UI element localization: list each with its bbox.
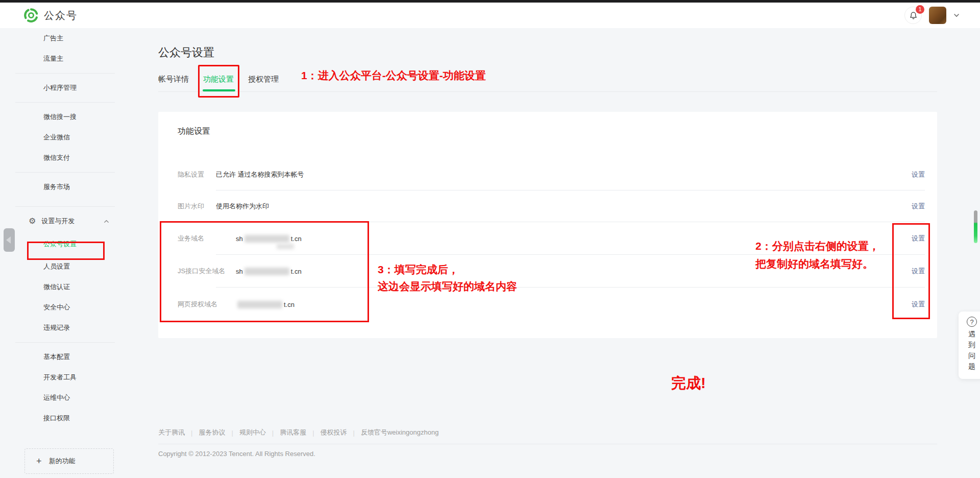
footer-link-about[interactable]: 关于腾讯 (158, 428, 185, 437)
tab-authorization[interactable]: 授权管理 (248, 75, 279, 91)
scrollbar-thumb[interactable] (974, 210, 977, 243)
divider (216, 190, 925, 190)
sidebar-item-advertiser[interactable]: 广告主 (0, 28, 128, 49)
chevron-up-icon (104, 219, 109, 224)
top-navbar: 公众号 1 (0, 3, 980, 28)
sidebar-item-security-center[interactable]: 安全中心 (0, 297, 128, 318)
divider (216, 287, 925, 288)
question-icon: ? (967, 317, 977, 327)
sidebar-item-traffic[interactable]: 流量主 (0, 49, 128, 69)
blurred-domain (244, 268, 289, 275)
sidebar-item-api-permissions[interactable]: 接口权限 (0, 408, 128, 428)
annotation-step3: 3：填写完成后， 这边会显示填写好的域名内容 (378, 261, 517, 295)
bell-icon (909, 11, 918, 20)
notification-badge: 1 (916, 5, 924, 14)
row-value: 已允许 通过名称搜索到本帐号 (216, 170, 304, 179)
sidebar-item-account-settings[interactable]: 公众号设置 (0, 234, 128, 254)
official-account-logo-icon (23, 8, 39, 23)
row-watermark: 图片水印 使用名称作为水印 设置 (178, 199, 925, 214)
row-value: sht.cn (236, 235, 302, 243)
sidebar-item-basic-config[interactable]: 基本配置 (0, 347, 128, 367)
sidebar-item-miniprogram[interactable]: 小程序管理 (0, 78, 128, 98)
annotation-step1: 1：进入公众平台-公众号设置-功能设置 (301, 68, 486, 83)
new-feature-label: 新的功能 (49, 457, 76, 466)
footer-link-support[interactable]: 腾讯客服 (280, 428, 306, 437)
sidebar-item-dev-tools[interactable]: 开发者工具 (0, 367, 128, 388)
sidebar-collapse-handle[interactable] (4, 228, 15, 252)
settings-link[interactable]: 设置 (912, 170, 925, 179)
function-settings-panel: 功能设置 隐私设置 已允许 通过名称搜索到本帐号 设置 图片水印 使用名称作为水… (158, 112, 937, 338)
footer-link-complaint[interactable]: 侵权投诉 (321, 428, 347, 437)
settings-link[interactable]: 设置 (912, 300, 925, 309)
tab-function-settings[interactable]: 功能设置 (203, 75, 234, 91)
settings-link[interactable]: 设置 (912, 267, 925, 276)
sidebar-group-settings-dev[interactable]: ⚙ 设置与开发 (0, 211, 128, 231)
sidebar-item-wepay[interactable]: 微信支付 (0, 148, 128, 168)
annotation-done: 完成! (671, 373, 706, 394)
divider (216, 222, 925, 222)
row-webauth-domain: 网页授权域名 t.cn 设置 (178, 297, 925, 312)
help-widget[interactable]: ? 遇 到 问 题 (959, 312, 980, 379)
logo[interactable]: 公众号 (23, 8, 78, 23)
gear-icon: ⚙ (29, 217, 36, 225)
blurred-domain (244, 235, 289, 243)
settings-link[interactable]: 设置 (912, 202, 925, 211)
row-value: t.cn (236, 301, 295, 308)
row-value: sht.cn (236, 268, 302, 275)
chevron-down-icon[interactable] (953, 12, 960, 18)
divider (158, 444, 937, 444)
page-title: 公众号设置 (158, 45, 214, 60)
row-value: 使用名称作为水印 (216, 202, 269, 211)
divider (15, 102, 115, 103)
footer-link-rules[interactable]: 规则中心 (239, 428, 266, 437)
divider (15, 172, 115, 173)
logo-text: 公众号 (44, 9, 78, 22)
divider (15, 342, 115, 343)
sidebar: 广告主 流量主 小程序管理 微信搜一搜 企业微信 微信支付 服务市场 ⚙ 设置与… (0, 28, 128, 428)
copyright: Copyright © 2012-2023 Tencent. All Right… (158, 450, 937, 458)
sidebar-item-staff-settings[interactable]: 人员设置 (0, 256, 128, 277)
sidebar-item-wecom[interactable]: 企业微信 (0, 127, 128, 148)
settings-link[interactable]: 设置 (912, 234, 925, 243)
sidebar-group-label: 设置与开发 (41, 217, 75, 226)
notifications-button[interactable]: 1 (904, 7, 922, 24)
row-label: 图片水印 (178, 202, 216, 211)
row-label: JS接口安全域名 (178, 267, 236, 276)
blurred-domain (237, 301, 282, 308)
panel-title: 功能设置 (178, 126, 210, 137)
footer-link-feedback[interactable]: 反馈官号weixingongzhong (361, 428, 438, 437)
row-label: 业务域名 (178, 234, 236, 243)
divider (15, 206, 115, 207)
annotation-step2: 2：分别点击右侧的设置， 把复制好的域名填写好。 (755, 237, 879, 273)
divider (158, 91, 937, 92)
sidebar-item-wechat-verify[interactable]: 微信认证 (0, 277, 128, 297)
tabs: 帐号详情 功能设置 授权管理 (158, 75, 293, 91)
new-feature-button[interactable]: + 新的功能 (24, 448, 114, 474)
row-label: 隐私设置 (178, 170, 216, 179)
row-privacy: 隐私设置 已允许 通过名称搜索到本帐号 设置 (178, 167, 925, 182)
avatar[interactable] (929, 7, 946, 24)
footer: 关于腾讯 | 服务协议 | 规则中心 | 腾讯客服 | 侵权投诉 | 反馈官号w… (158, 428, 937, 458)
tab-account-details[interactable]: 帐号详情 (158, 75, 189, 91)
footer-link-terms[interactable]: 服务协议 (199, 428, 225, 437)
row-label: 网页授权域名 (178, 300, 236, 309)
sidebar-item-violation-records[interactable]: 违规记录 (0, 318, 128, 338)
sidebar-item-ops-center[interactable]: 运维中心 (0, 388, 128, 408)
sidebar-item-service-market[interactable]: 服务市场 (0, 177, 128, 197)
divider (15, 73, 115, 74)
blurred-smudge (277, 244, 294, 249)
chevron-left-icon (6, 236, 11, 244)
plus-icon: + (36, 456, 42, 467)
sidebar-item-search[interactable]: 微信搜一搜 (0, 107, 128, 127)
